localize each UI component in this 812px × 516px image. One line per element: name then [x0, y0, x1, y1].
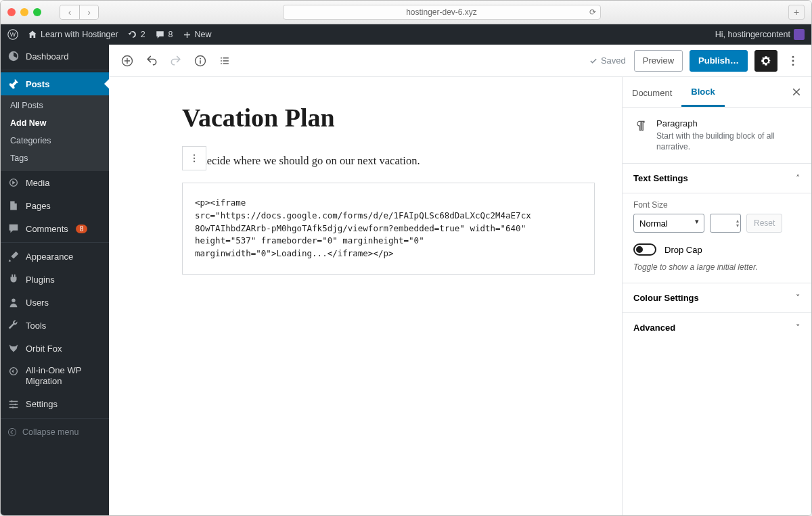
submenu-all-posts[interactable]: All Posts	[1, 97, 109, 114]
forward-button[interactable]: ›	[79, 5, 98, 19]
collapse-menu[interactable]: Collapse menu	[1, 421, 109, 444]
collapse-icon	[7, 427, 17, 437]
url-text: hostinger-dev-6.xyz	[406, 7, 477, 17]
check-icon	[589, 56, 598, 66]
back-button[interactable]: ‹	[60, 5, 79, 19]
reload-icon[interactable]: ⟳	[589, 7, 596, 17]
block-name: Paragraph	[656, 118, 800, 128]
updates-count: 2	[141, 30, 145, 39]
chevron-down-icon: ˅	[796, 293, 800, 303]
account-link[interactable]: Hi, hostingercontent	[715, 29, 805, 40]
admin-sidebar: Dashboard Posts All Posts Add New Catego…	[1, 45, 109, 515]
block-drag-handle[interactable]	[182, 146, 206, 170]
menu-dashboard-label: Dashboard	[26, 51, 69, 62]
font-size-label: Font Size	[633, 200, 800, 210]
menu-tools[interactable]: Tools	[1, 314, 109, 337]
close-window-icon[interactable]	[7, 8, 16, 16]
submenu-tags[interactable]: Tags	[1, 149, 109, 167]
drop-cap-hint: Toggle to show a large initial letter.	[633, 262, 800, 272]
redo-icon	[169, 54, 183, 68]
colour-settings-panel-toggle[interactable]: Colour Settings ˅	[623, 283, 811, 313]
new-tab-button[interactable]: +	[788, 5, 805, 20]
menu-media[interactable]: Media	[1, 171, 109, 194]
publish-button[interactable]: Publish…	[690, 50, 748, 72]
menu-users[interactable]: Users	[1, 291, 109, 314]
svg-point-15	[194, 154, 195, 156]
menu-aio-migration[interactable]: All-in-One WP Migration	[1, 360, 109, 393]
number-stepper-icon[interactable]: ▴▾	[736, 218, 739, 228]
close-inspector-button[interactable]	[787, 83, 806, 101]
svg-point-14	[792, 64, 794, 66]
browser-nav-buttons: ‹ ›	[60, 5, 99, 20]
menu-media-label: Media	[26, 178, 49, 188]
chevron-down-icon: ˅	[796, 323, 800, 333]
kebab-icon	[786, 54, 800, 68]
drop-cap-toggle[interactable]	[633, 243, 656, 256]
more-options-button[interactable]	[782, 49, 805, 72]
editor-canvas[interactable]: Vacation Plan 's decide where we should …	[109, 77, 622, 515]
block-card: Paragraph Start with the building block …	[623, 108, 811, 164]
menu-settings[interactable]: Settings	[1, 393, 109, 416]
svg-point-3	[12, 299, 15, 302]
comments-link[interactable]: 8	[155, 30, 173, 40]
svg-point-12	[792, 55, 794, 57]
menu-pages[interactable]: Pages	[1, 194, 109, 217]
maximize-window-icon[interactable]	[33, 8, 41, 16]
menu-posts[interactable]: Posts	[1, 72, 109, 95]
block-editor: Saved Preview Publish… Vacation Plan	[109, 45, 811, 515]
brush-icon	[7, 250, 20, 262]
html-block[interactable]: <p><iframe src="https://docs.google.com/…	[182, 183, 595, 275]
menu-settings-label: Settings	[26, 399, 58, 409]
site-name-link[interactable]: Learn with Hostinger	[28, 30, 118, 39]
svg-point-16	[194, 158, 195, 159]
wp-admin-bar: W Learn with Hostinger 2 8 New Hi, hosti…	[1, 24, 811, 45]
menu-appearance[interactable]: Appearance	[1, 245, 109, 268]
plus-circle-icon	[120, 54, 134, 68]
wp-logo-icon[interactable]: W	[7, 29, 18, 40]
menu-tools-label: Tools	[26, 321, 46, 331]
avatar-icon	[794, 29, 805, 40]
user-icon	[7, 296, 20, 308]
traffic-lights	[7, 8, 41, 16]
menu-plugins[interactable]: Plugins	[1, 268, 109, 291]
menu-appearance-label: Appearance	[26, 252, 73, 262]
kebab-icon	[189, 153, 200, 164]
close-icon	[791, 87, 802, 97]
text-settings-panel-toggle[interactable]: Text Settings ˄	[623, 164, 811, 193]
redo-button[interactable]	[164, 49, 187, 72]
undo-button[interactable]	[140, 49, 163, 72]
advanced-panel-toggle[interactable]: Advanced ˅	[623, 313, 811, 342]
posts-submenu: All Posts Add New Categories Tags	[1, 95, 109, 171]
outline-button[interactable]	[213, 49, 236, 72]
menu-comments-label: Comments	[26, 224, 68, 234]
wrench-icon	[7, 319, 20, 331]
tab-document[interactable]: Document	[623, 78, 681, 106]
url-bar[interactable]: hostinger-dev-6.xyz ⟳	[283, 5, 601, 20]
new-content-link[interactable]: New	[183, 30, 212, 39]
settings-toggle-button[interactable]	[754, 50, 777, 72]
font-size-select[interactable]: Normal	[633, 214, 704, 233]
svg-point-13	[792, 60, 794, 62]
post-title[interactable]: Vacation Plan	[182, 103, 595, 133]
updates-link[interactable]: 2	[128, 30, 145, 39]
paragraph-block[interactable]: 's decide where we should go on our next…	[182, 151, 595, 170]
submenu-add-new[interactable]: Add New	[1, 114, 109, 132]
preview-button[interactable]: Preview	[634, 50, 683, 72]
undo-icon	[145, 54, 158, 68]
svg-point-8	[8, 428, 16, 436]
info-button[interactable]	[189, 49, 212, 72]
site-name-label: Learn with Hostinger	[41, 30, 118, 39]
svg-point-5	[11, 400, 13, 402]
reset-button[interactable]: Reset	[746, 214, 782, 233]
browser-titlebar: ‹ › hostinger-dev-6.xyz ⟳ +	[1, 1, 811, 24]
tab-block[interactable]: Block	[681, 77, 724, 107]
editor-toolbar: Saved Preview Publish…	[109, 45, 811, 77]
minimize-window-icon[interactable]	[20, 8, 28, 16]
new-content-label: New	[195, 30, 212, 39]
menu-users-label: Users	[26, 298, 49, 308]
menu-comments[interactable]: Comments 8	[1, 217, 109, 240]
menu-dashboard[interactable]: Dashboard	[1, 45, 109, 68]
menu-orbitfox[interactable]: Orbit Fox	[1, 337, 109, 360]
add-block-button[interactable]	[116, 49, 139, 72]
submenu-categories[interactable]: Categories	[1, 132, 109, 149]
